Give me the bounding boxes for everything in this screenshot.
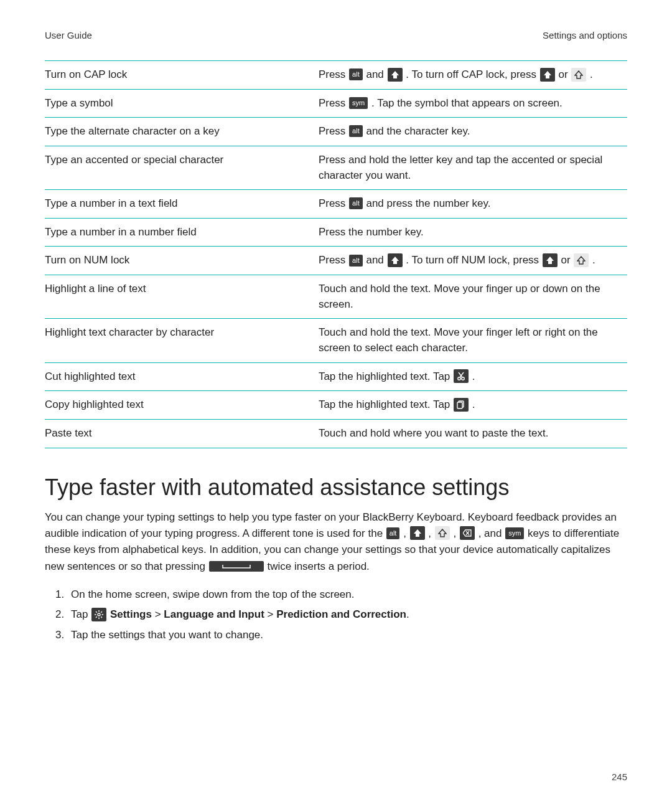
delete-key-icon xyxy=(460,526,475,540)
table-row: Cut highlighted textTap the highlighted … xyxy=(45,362,627,391)
page-header: User Guide Settings and options xyxy=(45,30,627,40)
step-item: Tap the settings that you want to change… xyxy=(67,625,627,645)
sym-key-icon: sym xyxy=(349,97,368,109)
alt-key-icon: alt xyxy=(349,125,363,137)
alt-key-icon: alt xyxy=(349,255,363,267)
section-paragraph: You can change your typing settings to h… xyxy=(45,509,627,575)
action-cell: Type a symbol xyxy=(45,89,319,118)
sym-key-icon: sym xyxy=(505,527,524,539)
action-cell: Type an accented or special character xyxy=(45,146,319,189)
header-right: Settings and options xyxy=(543,30,627,40)
action-cell: Highlight text character by character xyxy=(45,319,319,362)
action-cell: Type the alternate character on a key xyxy=(45,118,319,146)
alt-key-icon: alt xyxy=(349,197,363,209)
page-number: 245 xyxy=(612,772,627,782)
action-cell: Type a number in a number field xyxy=(45,218,319,247)
instruction-cell: Press alt and . To turn off CAP lock, pr… xyxy=(319,61,627,90)
action-cell: Turn on CAP lock xyxy=(45,61,319,90)
table-row: Type the alternate character on a keyPre… xyxy=(45,118,627,146)
shift-up-hollow-key-icon xyxy=(574,253,589,267)
instruction-cell: Press alt and . To turn off NUM lock, pr… xyxy=(319,247,627,275)
actions-table: Turn on CAP lockPress alt and . To turn … xyxy=(45,60,627,448)
table-row: Turn on CAP lockPress alt and . To turn … xyxy=(45,61,627,90)
action-cell: Type a number in a text field xyxy=(45,190,319,219)
instruction-cell: Touch and hold where you want to paste t… xyxy=(319,419,627,448)
instruction-cell: Tap the highlighted text. Tap . xyxy=(319,362,627,391)
action-cell: Paste text xyxy=(45,419,319,448)
shift-up-key-icon xyxy=(540,68,555,82)
alt-key-icon: alt xyxy=(386,527,400,539)
bold-text: Language and Input xyxy=(164,608,264,620)
instruction-cell: Touch and hold the text. Move your finge… xyxy=(319,275,627,319)
instruction-cell: Press sym . Tap the symbol that appears … xyxy=(319,89,627,118)
bold-text: Settings xyxy=(110,608,152,620)
settings-key-icon xyxy=(91,608,106,621)
header-left: User Guide xyxy=(45,30,92,40)
table-row: Copy highlighted textTap the highlighted… xyxy=(45,391,627,420)
instruction-cell: Press the number key. xyxy=(319,218,627,247)
shift-up-key-icon xyxy=(543,253,558,267)
instruction-cell: Press alt and press the number key. xyxy=(319,190,627,219)
page: User Guide Settings and options Turn on … xyxy=(0,0,672,807)
table-row: Turn on NUM lockPress alt and . To turn … xyxy=(45,247,627,275)
step-item: On the home screen, swipe down from the … xyxy=(67,585,627,605)
alt-key-icon: alt xyxy=(349,68,363,80)
bold-text: Prediction and Correction xyxy=(276,608,406,620)
shift-up-hollow-key-icon xyxy=(571,68,586,82)
table-row: Type a symbolPress sym . Tap the symbol … xyxy=(45,89,627,118)
shift-up-hollow-key-icon xyxy=(435,526,450,540)
space-key-icon xyxy=(209,561,264,572)
section-heading: Type faster with automated assistance se… xyxy=(45,474,627,501)
action-cell: Copy highlighted text xyxy=(45,391,319,420)
shift-up-key-icon xyxy=(388,68,403,82)
table-row: Highlight text character by characterTou… xyxy=(45,319,627,362)
instruction-cell: Tap the highlighted text. Tap . xyxy=(319,391,627,420)
cut-key-icon xyxy=(454,369,469,383)
instruction-cell: Press alt and the character key. xyxy=(319,118,627,146)
step-item: Tap Settings > Language and Input > Pred… xyxy=(67,605,627,625)
instruction-cell: Press and hold the letter key and tap th… xyxy=(319,146,627,189)
table-row: Highlight a line of textTouch and hold t… xyxy=(45,275,627,319)
table-row: Paste textTouch and hold where you want … xyxy=(45,419,627,448)
shift-up-key-icon xyxy=(410,526,425,540)
table-row: Type an accented or special characterPre… xyxy=(45,146,627,189)
action-cell: Highlight a line of text xyxy=(45,275,319,319)
shift-up-key-icon xyxy=(388,253,403,267)
action-cell: Cut highlighted text xyxy=(45,362,319,391)
instruction-cell: Touch and hold the text. Move your finge… xyxy=(319,319,627,362)
copy-key-icon xyxy=(454,398,469,412)
table-row: Type a number in a text fieldPress alt a… xyxy=(45,190,627,219)
steps-list: On the home screen, swipe down from the … xyxy=(45,585,627,645)
action-cell: Turn on NUM lock xyxy=(45,247,319,275)
table-row: Type a number in a number fieldPress the… xyxy=(45,218,627,247)
